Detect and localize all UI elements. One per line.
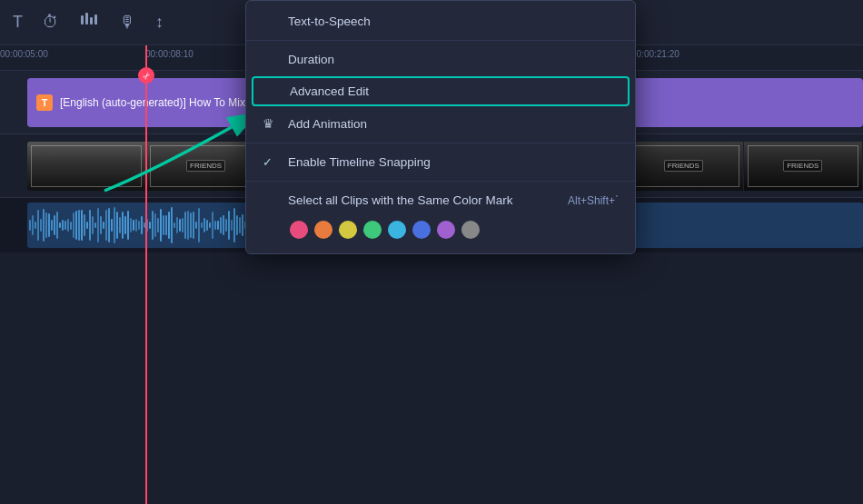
menu-separator-2	[246, 143, 635, 143]
thumb-label-7: FRIENDS	[783, 160, 822, 172]
time-mark-middle: 00:00:08:10	[145, 49, 193, 59]
color-swatches	[246, 215, 635, 248]
thumb-border-1	[31, 145, 142, 187]
swatch-yellow[interactable]	[339, 221, 357, 239]
scissors-icon: ✂	[140, 69, 152, 81]
swatch-cyan[interactable]	[388, 221, 406, 239]
text-cursor-icon[interactable]: T	[9, 9, 26, 35]
swatch-green[interactable]	[363, 221, 382, 239]
svg-rect-2	[90, 17, 93, 25]
menu-item-color-select-label: Select all Clips with the Same Color Mar…	[288, 193, 513, 207]
swatch-blue[interactable]	[412, 221, 431, 239]
video-thumb-6: FRIENDS	[624, 142, 743, 191]
context-menu: Text-to-Speech Duration Advanced Edit ♛ …	[245, 0, 636, 254]
svg-rect-3	[94, 15, 97, 25]
menu-item-snapping[interactable]: ✓ Enable Timeline Snapping	[246, 147, 635, 177]
menu-item-tts[interactable]: Text-to-Speech	[246, 6, 635, 36]
video-thumb-7: FRIENDS	[744, 142, 863, 191]
time-mark-start: 00:00:05:00	[0, 49, 48, 59]
menu-item-add-animation-label: Add Animation	[288, 117, 367, 131]
time-mark-end: 00:00:21:20	[631, 49, 679, 59]
swatch-purple[interactable]	[437, 221, 455, 239]
playhead-head: ✂	[138, 67, 154, 84]
video-thumb-1	[27, 142, 146, 191]
timer-icon[interactable]: ⏱	[39, 9, 63, 35]
playhead-line	[145, 45, 147, 504]
menu-item-advanced-edit[interactable]: Advanced Edit	[252, 76, 630, 106]
voice-icon[interactable]: 🎙	[115, 9, 139, 35]
menu-item-snapping-label: Enable Timeline Snapping	[288, 155, 431, 169]
swatch-pink[interactable]	[290, 221, 308, 239]
svg-rect-0	[81, 15, 84, 25]
menu-separator-3	[246, 181, 635, 182]
swatch-gray[interactable]	[461, 221, 480, 239]
equalizer-icon[interactable]	[75, 6, 103, 38]
menu-item-tts-label: Text-to-Speech	[288, 15, 371, 28]
subtitle-clip-icon: T	[36, 94, 53, 111]
menu-separator-1	[246, 40, 635, 41]
menu-item-add-animation[interactable]: ♛ Add Animation	[246, 108, 635, 139]
thumb-label-6: FRIENDS	[664, 160, 703, 172]
color-select-shortcut: Alt+Shift+`	[568, 194, 619, 207]
crown-icon: ♛	[263, 116, 281, 131]
check-icon: ✓	[263, 155, 281, 169]
menu-item-advanced-edit-label: Advanced Edit	[290, 84, 369, 98]
speed-icon[interactable]: ↕	[152, 9, 167, 35]
menu-item-color-select[interactable]: Select all Clips with the Same Color Mar…	[246, 185, 635, 215]
swatch-orange[interactable]	[314, 221, 332, 239]
menu-item-duration-label: Duration	[288, 53, 334, 66]
svg-rect-1	[85, 13, 88, 25]
menu-item-duration[interactable]: Duration	[246, 44, 635, 74]
thumb-label-2: FRIENDS	[186, 160, 225, 172]
